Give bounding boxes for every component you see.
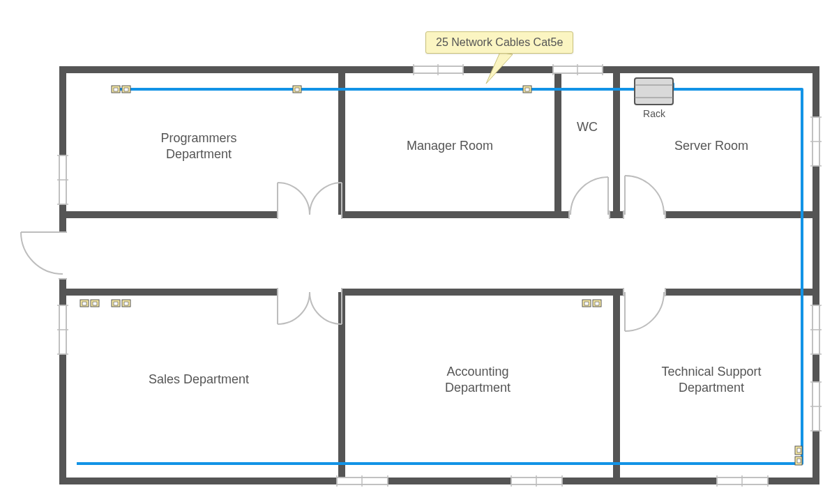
walls — [59, 66, 819, 484]
label-manager: Manager Room — [407, 138, 493, 154]
door-server — [623, 176, 665, 219]
label-sales: Sales Department — [149, 372, 249, 388]
door-tech — [623, 288, 665, 331]
svg-rect-132 — [595, 302, 599, 305]
label-server: Server Room — [674, 138, 748, 154]
door-entry — [21, 232, 67, 279]
svg-rect-110 — [635, 78, 673, 105]
svg-rect-136 — [797, 459, 801, 463]
svg-rect-124 — [93, 302, 97, 305]
svg-rect-116 — [124, 88, 128, 91]
callout-network-cables: 25 Network Cables Cat5e — [425, 31, 573, 54]
label-rack: Rack — [643, 108, 665, 119]
label-wc: WC — [577, 119, 598, 135]
svg-rect-126 — [114, 302, 118, 305]
windows — [57, 64, 822, 487]
door-upper-double — [278, 183, 342, 219]
svg-rect-118 — [295, 88, 299, 91]
floorplan-stage: 25 Network Cables Cat5e ProgrammersDepar… — [0, 0, 839, 504]
label-tech: Technical SupportDepartment — [661, 364, 761, 397]
svg-rect-134 — [797, 448, 801, 452]
svg-rect-114 — [114, 88, 118, 91]
svg-rect-122 — [82, 302, 86, 305]
svg-rect-128 — [124, 302, 128, 305]
rack-icon — [635, 78, 673, 105]
door-lower-double — [278, 288, 342, 324]
door-wc — [569, 177, 610, 219]
svg-rect-130 — [584, 302, 589, 305]
label-programmers: ProgrammersDepartment — [160, 130, 236, 163]
floorplan-svg — [0, 0, 839, 504]
label-accounting: AccountingDepartment — [445, 364, 511, 397]
svg-rect-120 — [525, 88, 529, 91]
